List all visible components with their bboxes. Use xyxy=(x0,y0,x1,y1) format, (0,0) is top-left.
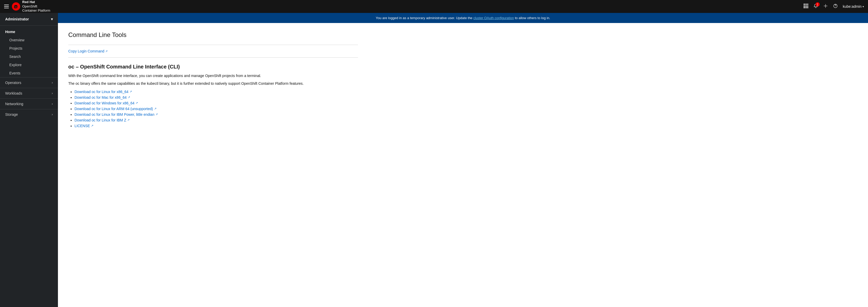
svg-rect-8 xyxy=(805,7,807,8)
svg-rect-6 xyxy=(807,5,808,7)
sidebar-item-search[interactable]: Search xyxy=(0,53,58,61)
external-link-icon: ↗ xyxy=(155,113,158,116)
add-icon[interactable] xyxy=(823,4,828,9)
networking-chevron-right: › xyxy=(52,102,53,106)
oc-desc-1: With the OpenShift command line interfac… xyxy=(68,73,358,78)
svg-rect-3 xyxy=(807,4,808,5)
notification-badge: 1 xyxy=(815,2,819,6)
workloads-chevron-right: › xyxy=(52,92,53,95)
sidebar-section-workloads[interactable]: Workloads › xyxy=(0,88,58,98)
oc-section-title: oc – OpenShift Command Line Interface (C… xyxy=(68,64,358,70)
external-link-icon: ↗ xyxy=(105,49,107,53)
redhat-logo-icon xyxy=(12,2,20,10)
license-link[interactable]: LICENSE ↗ xyxy=(74,124,93,128)
operators-chevron-right: › xyxy=(52,81,53,84)
sidebar-item-explore[interactable]: Explore xyxy=(0,61,58,69)
list-item: Download oc for Windows for x86_64 ↗ xyxy=(74,101,358,105)
list-item: Download oc for Linux for ARM 64 (unsupp… xyxy=(74,107,358,111)
list-item: Download oc for Mac for x86_64 ↗ xyxy=(74,95,358,100)
svg-rect-7 xyxy=(804,7,805,8)
svg-rect-2 xyxy=(805,4,807,5)
sidebar-section-storage[interactable]: Storage › xyxy=(0,109,58,120)
download-windows-x86-link[interactable]: Download oc for Windows for x86_64 ↗ xyxy=(74,101,138,105)
divider-1 xyxy=(68,45,358,45)
sidebar-item-events[interactable]: Events xyxy=(0,69,58,77)
info-banner: You are logged in as a temporary adminis… xyxy=(58,13,868,23)
sidebar-home-header: Home xyxy=(0,26,58,36)
brand-logo: Red Hat OpenShift Container Platform xyxy=(12,0,50,13)
external-link-icon: ↗ xyxy=(127,118,130,122)
brand-text: Red Hat OpenShift Container Platform xyxy=(22,0,50,13)
svg-rect-9 xyxy=(807,7,808,8)
divider-2 xyxy=(68,57,358,58)
svg-rect-1 xyxy=(804,4,805,5)
list-item: Download oc for Linux for x86_64 ↗ xyxy=(74,90,358,94)
grid-icon[interactable] xyxy=(804,4,808,9)
sidebar-section-operators[interactable]: Operators › xyxy=(0,77,58,88)
help-icon[interactable] xyxy=(833,4,838,9)
oc-desc-2: The oc binary offers the same capabiliti… xyxy=(68,81,358,86)
sidebar: Administrator ▾ Home Overview Projects S… xyxy=(0,13,58,307)
external-link-icon: ↗ xyxy=(135,101,138,105)
notification-icon[interactable]: 1 xyxy=(813,4,818,9)
download-linux-ibm-power-link[interactable]: Download oc for Linux for IBM Power, lit… xyxy=(74,112,158,116)
list-item: Download oc for Linux for IBM Power, lit… xyxy=(74,112,358,116)
hamburger-menu[interactable] xyxy=(4,5,9,8)
download-linux-x86-link[interactable]: Download oc for Linux for x86_64 ↗ xyxy=(74,90,132,94)
download-linux-arm64-link[interactable]: Download oc for Linux for ARM 64 (unsupp… xyxy=(74,107,156,111)
user-menu[interactable]: kube:admin ▾ xyxy=(843,4,864,8)
storage-chevron-right: › xyxy=(52,113,53,116)
topnav: Red Hat OpenShift Container Platform 1 xyxy=(0,0,868,13)
external-link-icon: ↗ xyxy=(91,124,93,127)
download-list: Download oc for Linux for x86_64 ↗ Downl… xyxy=(68,90,358,128)
user-menu-chevron: ▾ xyxy=(863,5,864,8)
copy-login-link[interactable]: Copy Login Command ↗ xyxy=(68,49,107,53)
download-mac-x86-link[interactable]: Download oc for Mac for x86_64 ↗ xyxy=(74,95,130,100)
svg-rect-5 xyxy=(805,5,807,7)
main-content: You are logged in as a temporary adminis… xyxy=(58,13,868,307)
sidebar-section-networking[interactable]: Networking › xyxy=(0,98,58,109)
external-link-icon: ↗ xyxy=(128,96,130,99)
list-item: LICENSE ↗ xyxy=(74,124,358,128)
sidebar-item-overview[interactable]: Overview xyxy=(0,36,58,44)
list-item: Download oc for Linux for IBM Z ↗ xyxy=(74,118,358,122)
admin-chevron-down: ▾ xyxy=(51,17,53,21)
sidebar-item-projects[interactable]: Projects xyxy=(0,44,58,53)
external-link-icon: ↗ xyxy=(130,90,132,93)
oauth-config-link[interactable]: cluster OAuth configuration xyxy=(473,16,514,20)
svg-rect-4 xyxy=(804,5,805,7)
download-linux-ibm-z-link[interactable]: Download oc for Linux for IBM Z ↗ xyxy=(74,118,130,122)
page-title: Command Line Tools xyxy=(68,31,358,38)
external-link-icon: ↗ xyxy=(154,107,156,110)
user-name: kube:admin xyxy=(843,4,862,8)
page-content: Command Line Tools Copy Login Command ↗ … xyxy=(58,23,368,138)
sidebar-admin-role[interactable]: Administrator ▾ xyxy=(0,13,58,26)
